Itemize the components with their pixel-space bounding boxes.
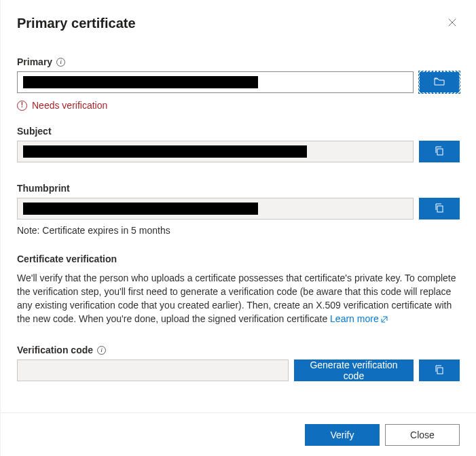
copy-icon bbox=[434, 145, 445, 158]
svg-rect-0 bbox=[437, 149, 443, 155]
primary-row bbox=[17, 71, 460, 93]
upload-button[interactable] bbox=[419, 71, 460, 93]
verification-description: We'll verify that the person who uploads… bbox=[17, 271, 460, 327]
verification-code-copy-button[interactable] bbox=[419, 359, 460, 381]
expiry-note: Note: Certificate expires in 5 months bbox=[17, 225, 460, 236]
close-icon[interactable] bbox=[445, 15, 460, 32]
close-button[interactable]: Close bbox=[385, 424, 460, 446]
thumbprint-input bbox=[17, 198, 414, 220]
panel-header: Primary certificate bbox=[17, 15, 460, 32]
primary-label-row: Primary i bbox=[17, 56, 460, 67]
verification-description-text: We'll verify that the person who uploads… bbox=[17, 273, 456, 324]
copy-icon bbox=[434, 364, 445, 377]
subject-label: Subject bbox=[17, 126, 460, 137]
svg-rect-2 bbox=[437, 368, 443, 374]
external-link-icon bbox=[380, 313, 388, 327]
info-icon[interactable]: i bbox=[56, 58, 65, 67]
subject-row bbox=[17, 141, 460, 162]
thumbprint-copy-button[interactable] bbox=[419, 198, 460, 220]
thumbprint-row bbox=[17, 198, 460, 220]
learn-more-link[interactable]: Learn more bbox=[330, 313, 388, 324]
verification-code-label-row: Verification code i bbox=[17, 345, 460, 355]
verification-code-label: Verification code bbox=[17, 345, 93, 355]
primary-value-redacted bbox=[23, 76, 258, 88]
copy-icon bbox=[434, 203, 445, 215]
verification-code-row: Generate verification code bbox=[17, 359, 460, 381]
thumbprint-label: Thumbprint bbox=[17, 183, 460, 194]
verify-button[interactable]: Verify bbox=[305, 424, 380, 446]
subject-value-redacted bbox=[23, 145, 307, 158]
subject-input bbox=[17, 141, 414, 162]
primary-status: ! Needs verification bbox=[17, 100, 460, 111]
info-icon[interactable]: i bbox=[97, 346, 106, 355]
note-text: Certificate expires in 5 months bbox=[42, 225, 170, 236]
svg-rect-1 bbox=[437, 206, 443, 212]
panel-footer: Verify Close bbox=[1, 413, 476, 456]
error-icon: ! bbox=[17, 101, 27, 111]
note-prefix: Note: bbox=[17, 225, 39, 236]
primary-certificate-panel: Primary certificate Primary i ! Needs ve… bbox=[0, 0, 476, 456]
primary-label: Primary bbox=[17, 56, 52, 67]
primary-input[interactable] bbox=[17, 71, 414, 93]
open-folder-icon bbox=[434, 76, 445, 89]
thumbprint-value-redacted bbox=[23, 203, 258, 215]
subject-copy-button[interactable] bbox=[419, 141, 460, 162]
panel-title: Primary certificate bbox=[17, 16, 136, 31]
generate-verification-code-button[interactable]: Generate verification code bbox=[294, 359, 414, 381]
verification-heading: Certificate verification bbox=[17, 253, 460, 264]
primary-status-text: Needs verification bbox=[32, 100, 107, 111]
verification-code-input[interactable] bbox=[17, 359, 289, 381]
